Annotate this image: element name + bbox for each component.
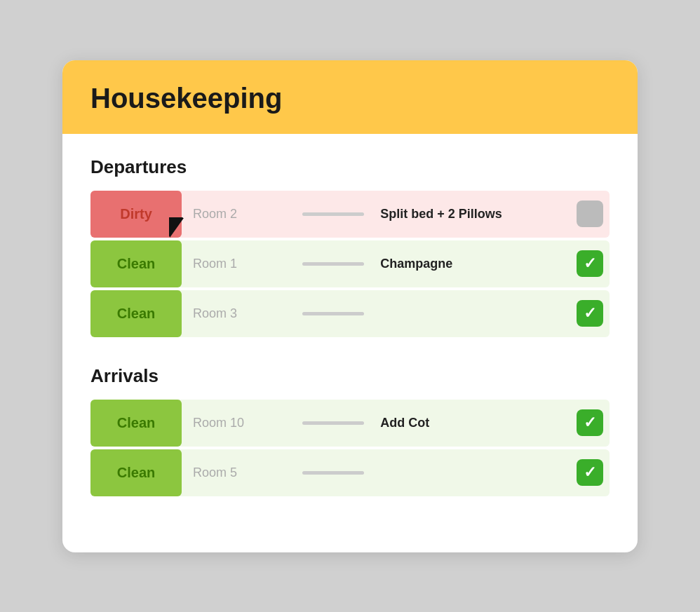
- line-col-3: [295, 299, 372, 328]
- checkbox-col-4[interactable]: ✓: [570, 404, 610, 442]
- departure-row-2: Clean Room 1 Champagne ✓: [90, 240, 610, 287]
- departures-title: Departures: [90, 156, 610, 178]
- departures-section: Departures Dirty Room 2 Split bed + 2 Pi…: [90, 156, 610, 337]
- arrivals-title: Arrivals: [90, 365, 610, 387]
- checkbox-unchecked-1[interactable]: [577, 200, 603, 227]
- status-badge-clean-2[interactable]: Clean: [90, 290, 182, 337]
- note-col-1: Split bed + 2 Pillows: [372, 194, 570, 234]
- room-col-5: Room 5: [182, 453, 295, 493]
- status-badge-dirty[interactable]: Dirty: [90, 191, 182, 238]
- room-col-1: Room 2: [182, 194, 295, 234]
- arrival-row-1-wrapper: Clean Room 10 Add Cot ✓: [90, 400, 610, 447]
- page-title: Housekeeping: [90, 83, 610, 114]
- checkbox-checked-2[interactable]: ✓: [577, 300, 603, 327]
- arrivals-section: Arrivals Clean Room 10 Add Cot ✓ Clean R…: [90, 365, 610, 496]
- checkbox-checked-4[interactable]: ✓: [577, 459, 603, 486]
- checkbox-col-2[interactable]: ✓: [570, 245, 610, 283]
- departure-row-2-wrapper: Clean Room 1 Champagne ✓: [90, 240, 610, 287]
- line-col-1: [295, 200, 372, 229]
- arrival-row-1: Clean Room 10 Add Cot ✓: [90, 400, 610, 447]
- arrival-row-2: Clean Room 5 ✓: [90, 449, 610, 496]
- line-col-5: [295, 458, 372, 487]
- arrival-row-2-wrapper: Clean Room 5 ✓: [90, 449, 610, 496]
- checkbox-checked-1[interactable]: ✓: [577, 250, 603, 277]
- main-card: Housekeeping Departures Dirty Room 2 Spl…: [62, 60, 638, 552]
- status-badge-arrival-1[interactable]: Clean: [90, 400, 182, 447]
- line-col-2: [295, 250, 372, 278]
- room-col-2: Room 1: [182, 244, 295, 284]
- room-col-3: Room 3: [182, 294, 295, 334]
- status-badge-arrival-2[interactable]: Clean: [90, 449, 182, 496]
- departure-row-3-wrapper: Clean Room 3 ✓: [90, 290, 610, 337]
- line-col-4: [295, 409, 372, 437]
- checkbox-col-1[interactable]: [570, 195, 610, 233]
- departure-row-3: Clean Room 3 ✓: [90, 290, 610, 337]
- page-content: Departures Dirty Room 2 Split bed + 2 Pi…: [62, 134, 638, 552]
- checkbox-checked-3[interactable]: ✓: [577, 409, 603, 436]
- page-header: Housekeeping: [62, 60, 638, 134]
- status-badge-clean-1[interactable]: Clean: [90, 240, 182, 287]
- room-col-4: Room 10: [182, 403, 295, 443]
- departure-row-1-wrapper: Dirty Room 2 Split bed + 2 Pillows: [90, 191, 610, 238]
- checkbox-col-5[interactable]: ✓: [570, 454, 610, 491]
- note-col-3: [372, 301, 570, 326]
- note-col-2: Champagne: [372, 244, 570, 284]
- departure-row-1: Dirty Room 2 Split bed + 2 Pillows: [90, 191, 610, 238]
- checkbox-col-3[interactable]: ✓: [570, 294, 610, 332]
- note-col-4: Add Cot: [372, 403, 570, 443]
- note-col-5: [372, 460, 570, 485]
